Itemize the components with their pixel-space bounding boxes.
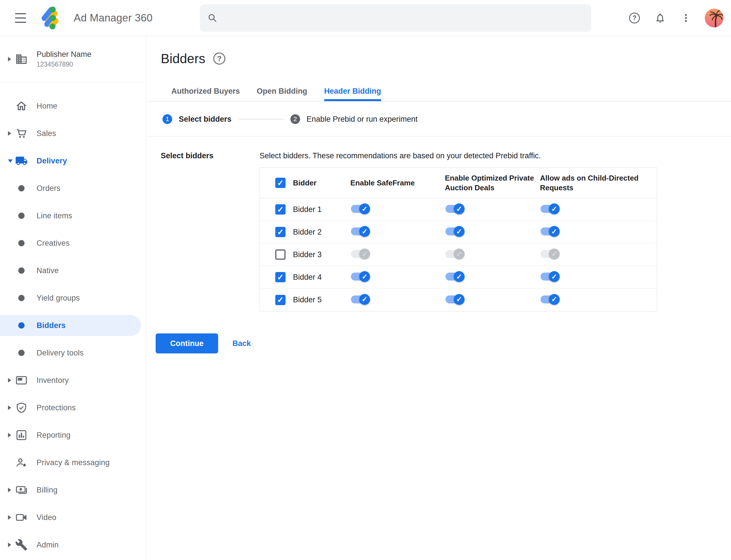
toggle-thumb [454,249,464,259]
safeframe-toggle[interactable] [351,227,368,235]
sidebar-item-video[interactable]: Video [0,504,146,531]
truck-icon [15,154,28,167]
more-options-button[interactable] [679,11,693,25]
video-camera-icon [15,511,28,524]
toggle-thumb [549,203,560,214]
sidebar-item-reporting[interactable]: Reporting [0,421,146,449]
bidder-name: Bidder 1 [293,205,351,214]
safeframe-toggle[interactable] [351,205,368,213]
bidders-table: Bidder Enable SafeFrame Enable Optimized… [260,167,657,311]
ad-slot-icon [15,374,28,387]
sidebar-item-line-items[interactable]: Line items [0,202,146,229]
continue-button[interactable]: Continue [156,333,218,353]
sidebar-item-bidders[interactable]: Bidders [0,315,141,336]
section-description: Select bidders. These recommendations ar… [260,151,541,160]
sidebar-item-admin[interactable]: Admin [0,531,146,559]
step-1-select-bidders[interactable]: 1 Select bidders [163,114,232,124]
bidder-checkbox[interactable] [275,227,286,237]
shield-check-icon [15,401,28,414]
table-row: Bidder 3 [260,243,657,266]
toggle-thumb [359,271,370,282]
search-icon [207,13,218,23]
select-all-checkbox[interactable] [275,178,286,188]
publisher-selector[interactable]: Publisher Name 1234567890 [0,36,146,83]
table-row: Bidder 5 [260,289,657,311]
bullet-icon [18,240,25,246]
tab-bar: Authorized Buyers Open Bidding Header Bi… [171,85,381,101]
page-help-icon[interactable]: ? [213,53,225,65]
toggle-thumb [454,271,464,282]
optimized-deals-toggle[interactable] [445,250,462,258]
expander-icon [8,405,11,410]
safeframe-toggle[interactable] [351,295,368,303]
help-button[interactable]: ? [628,11,641,25]
expander-icon [8,433,11,437]
tab-authorized-buyers[interactable]: Authorized Buyers [171,85,240,101]
notifications-button[interactable] [653,11,667,25]
sidebar-item-billing[interactable]: Billing [0,476,146,504]
back-button[interactable]: Back [233,339,251,348]
search-input[interactable] [225,13,584,23]
sidebar-item-delivery-tools[interactable]: Delivery tools [0,339,146,367]
table-row: Bidder 4 [260,266,657,289]
topbar-actions: ? [628,0,724,36]
cart-icon [15,127,28,140]
help-icon: ? [629,13,640,23]
step-number-badge: 1 [163,114,172,124]
tab-open-bidding[interactable]: Open Bidding [257,85,307,101]
sidebar-item-creatives[interactable]: Creatives [0,229,146,257]
table-row: Bidder 2 [260,221,657,243]
brand: Ad Manager 360 [41,0,153,36]
safeframe-toggle[interactable] [351,273,368,281]
bullet-icon [18,322,25,329]
bullet-icon [18,213,25,219]
step-2-enable-prebid[interactable]: 2 Enable Prebid or run experiment [291,114,418,124]
step-connector [239,119,284,119]
divider [147,136,731,137]
child-directed-toggle[interactable] [540,227,558,235]
table-header-row: Bidder Enable SafeFrame Enable Optimized… [260,168,657,198]
optimized-deals-toggle[interactable] [445,295,462,303]
sidebar-item-orders[interactable]: Orders [0,175,146,202]
sidebar-item-yield-groups[interactable]: Yield groups [0,284,146,312]
bullet-icon [18,295,25,301]
bidder-checkbox[interactable] [275,272,286,282]
toggle-thumb [454,294,464,305]
menu-icon[interactable] [15,13,26,23]
child-directed-toggle[interactable] [540,250,558,258]
expander-icon [8,488,11,492]
optimized-deals-toggle[interactable] [445,273,462,281]
child-directed-toggle[interactable] [540,273,558,281]
sidebar-item-sales[interactable]: Sales [0,120,146,147]
bidder-checkbox[interactable] [275,204,286,215]
child-directed-toggle[interactable] [540,205,558,213]
toggle-thumb [359,226,370,237]
toggle-thumb [549,249,560,259]
sidebar-item-protections[interactable]: Protections [0,394,146,421]
column-header-bidder: Bidder [293,179,351,187]
child-directed-toggle[interactable] [540,295,558,303]
safeframe-toggle[interactable] [351,250,368,258]
bidder-name: Bidder 3 [293,250,351,259]
sidebar-item-home[interactable]: Home [0,92,146,120]
optimized-deals-toggle[interactable] [445,227,462,235]
toggle-thumb [549,294,560,305]
sidebar-item-inventory[interactable]: Inventory [0,367,146,394]
page-title: Bidders [161,51,205,66]
tab-header-bidding[interactable]: Header Bidding [324,85,381,101]
sidebar: Publisher Name 1234567890 Home Sales [0,36,146,560]
avatar[interactable] [705,9,724,27]
top-bar: Ad Manager 360 ? [0,0,731,36]
search-bar[interactable] [200,4,591,32]
person-badge-icon [15,456,28,469]
optimized-deals-toggle[interactable] [445,205,462,213]
bidder-checkbox[interactable] [275,295,286,305]
wrench-icon [15,538,28,551]
sidebar-item-privacy-messaging[interactable]: Privacy & messaging [0,449,146,476]
sidebar-item-native[interactable]: Native [0,257,146,284]
column-header-optimized-deals: Enable Optimized Private Auction Deals [445,174,534,192]
sidebar-item-delivery[interactable]: Delivery [0,147,146,175]
bidder-checkbox[interactable] [275,249,286,260]
bullet-icon [18,185,25,191]
ad-manager-logo-icon [41,7,64,29]
